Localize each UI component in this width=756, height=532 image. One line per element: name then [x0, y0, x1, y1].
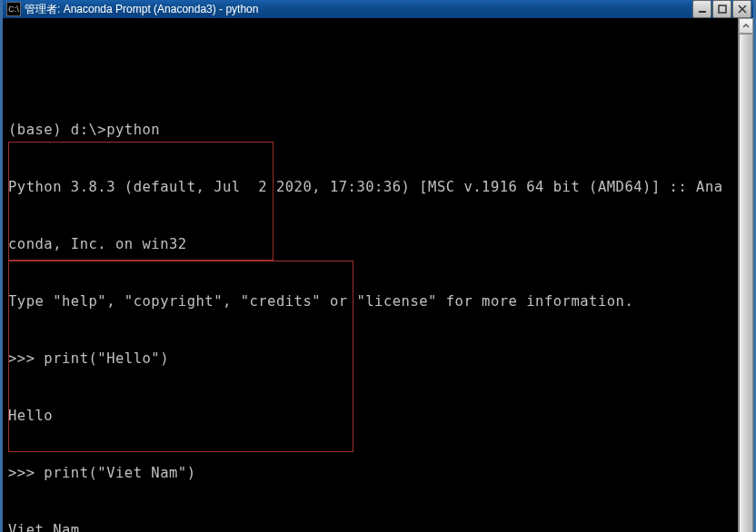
svg-rect-0	[699, 11, 706, 13]
terminal-window: C:\ 管理者: Anaconda Prompt (Anaconda3) - p…	[0, 0, 756, 532]
minimize-icon	[698, 5, 707, 14]
terminal-line	[8, 64, 738, 83]
close-button[interactable]	[732, 0, 751, 18]
terminal-line: (base) d:\>python	[8, 121, 738, 140]
titlebar: C:\ 管理者: Anaconda Prompt (Anaconda3) - p…	[3, 0, 753, 18]
chevron-up-icon	[742, 23, 750, 30]
terminal-area: (base) d:\>python Python 3.8.3 (default,…	[3, 18, 753, 532]
terminal-line: Hello	[8, 407, 738, 426]
close-icon	[738, 5, 747, 14]
scroll-up-button[interactable]	[739, 18, 753, 34]
terminal-line: >>> print("Hello")	[8, 350, 738, 369]
window-controls	[691, 0, 751, 18]
window-title: 管理者: Anaconda Prompt (Anaconda3) - pytho…	[25, 2, 691, 17]
minimize-button[interactable]	[692, 0, 711, 18]
terminal-line: Viet Nam	[8, 521, 738, 532]
scroll-thumb[interactable]	[739, 34, 753, 532]
app-icon: C:\	[6, 2, 21, 16]
terminal-line: Python 3.8.3 (default, Jul 2 2020, 17:30…	[8, 178, 738, 197]
maximize-button[interactable]	[712, 0, 731, 18]
terminal-line: >>> print("Viet Nam")	[8, 464, 738, 483]
maximize-icon	[718, 5, 727, 14]
terminal-line: conda, Inc. on win32	[8, 235, 738, 254]
svg-rect-1	[719, 5, 726, 13]
scroll-track[interactable]	[739, 34, 753, 532]
vertical-scrollbar[interactable]	[738, 18, 753, 532]
terminal-line: Type "help", "copyright", "credits" or "…	[8, 292, 738, 311]
terminal-content[interactable]: (base) d:\>python Python 3.8.3 (default,…	[3, 18, 738, 532]
